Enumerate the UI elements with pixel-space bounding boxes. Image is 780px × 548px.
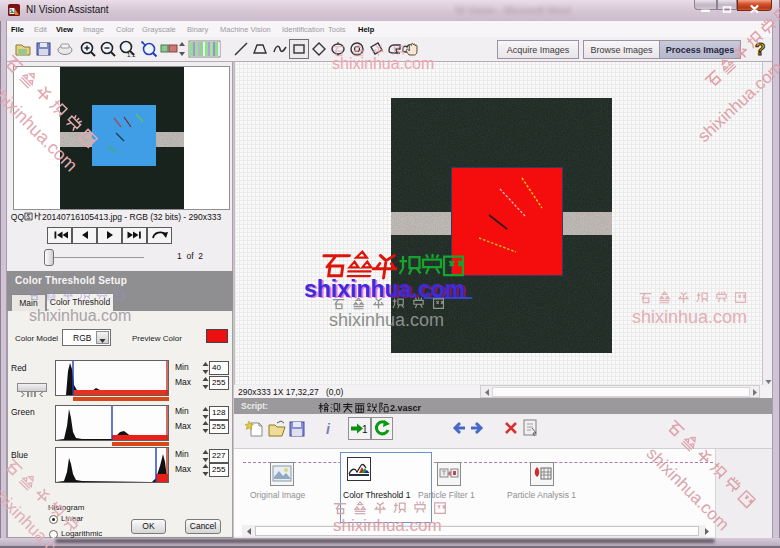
svg-text:1: 1 <box>362 424 368 435</box>
svg-text:i: i <box>326 421 331 437</box>
svg-text:?: ? <box>755 40 765 59</box>
svg-text:1:1: 1:1 <box>127 52 136 58</box>
